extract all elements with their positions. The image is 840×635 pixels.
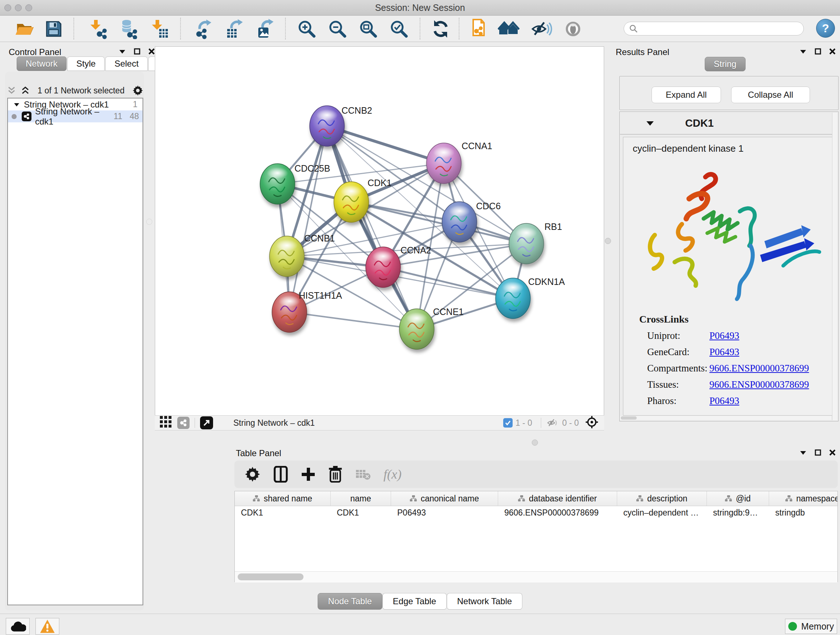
warning-status-button[interactable] bbox=[35, 618, 59, 635]
tab-network[interactable]: Network bbox=[17, 57, 66, 71]
delete-column-icon[interactable] bbox=[328, 466, 342, 483]
hidden-eye-slash-icon[interactable] bbox=[546, 417, 559, 428]
node-CDC6[interactable] bbox=[442, 202, 477, 242]
edge-HIST1H1A-CCNE1[interactable] bbox=[289, 312, 417, 329]
panel-menu-icon[interactable] bbox=[799, 49, 807, 54]
add-column-icon[interactable] bbox=[301, 467, 316, 481]
export-network-button[interactable] bbox=[193, 18, 215, 40]
refresh-button[interactable] bbox=[430, 18, 452, 40]
tab-network-table[interactable]: Network Table bbox=[447, 593, 523, 610]
panel-close-icon[interactable] bbox=[829, 48, 836, 55]
tab-edge-table[interactable]: Edge Table bbox=[382, 593, 447, 610]
node-CDK1[interactable] bbox=[334, 182, 369, 222]
open-session-button[interactable] bbox=[14, 18, 35, 40]
crosslink-link-compartments[interactable]: 9606.ENSP00000378699 bbox=[709, 363, 809, 374]
panel-menu-icon[interactable] bbox=[799, 450, 807, 455]
panel-close-icon[interactable] bbox=[829, 449, 836, 456]
tab-node-table[interactable]: Node Table bbox=[317, 593, 382, 610]
search-input[interactable] bbox=[641, 24, 798, 34]
save-session-button[interactable] bbox=[43, 18, 65, 40]
node-CCNA2[interactable] bbox=[366, 247, 401, 287]
function-builder-icon[interactable]: f(x) bbox=[384, 467, 401, 482]
gene-disclosure-icon[interactable] bbox=[646, 120, 654, 126]
node-CDKN1A[interactable] bbox=[496, 278, 531, 318]
import-table-file-button[interactable] bbox=[148, 18, 170, 40]
results-vertical-scrollbar[interactable] bbox=[832, 112, 837, 420]
panel-close-icon[interactable] bbox=[148, 48, 155, 55]
scrollbar-thumb[interactable] bbox=[621, 416, 637, 420]
results-horizontal-scrollbar[interactable] bbox=[620, 416, 831, 420]
horizontal-splitter-grip[interactable] bbox=[532, 440, 538, 446]
network-share-view-icon[interactable] bbox=[177, 417, 189, 429]
network-row[interactable]: String Network – cdk1 11 48 bbox=[8, 111, 142, 122]
scrollbar-thumb[interactable] bbox=[238, 573, 303, 580]
column-header-namespace[interactable]: namespace bbox=[769, 491, 838, 506]
network-canvas[interactable]: CCNB2CCNA1CDC25BCDK1CDC6RB1CCNB1CCNA2CDK… bbox=[155, 46, 604, 416]
show-columns-icon[interactable] bbox=[273, 466, 288, 483]
birds-eye-toggle-icon[interactable] bbox=[585, 416, 598, 430]
column-header-canonical-name[interactable]: canonical name bbox=[391, 491, 498, 506]
zoom-out-button[interactable] bbox=[327, 18, 348, 40]
column-header-database-identifier[interactable]: database identifier bbox=[498, 491, 617, 506]
string-import-button[interactable] bbox=[468, 18, 490, 40]
gene-header-row[interactable]: CDK1 bbox=[620, 112, 837, 135]
crosslink-link-genecard[interactable]: P06493 bbox=[709, 347, 739, 358]
help-glyph: ? bbox=[822, 22, 829, 35]
node-CDC25B[interactable] bbox=[260, 164, 295, 204]
column-header--id[interactable]: @id bbox=[707, 491, 769, 506]
table-gear-icon[interactable] bbox=[245, 466, 261, 482]
hide-selected-button[interactable] bbox=[531, 18, 553, 40]
disclosure-triangle-icon[interactable] bbox=[14, 103, 19, 107]
node-CCNB1[interactable] bbox=[270, 236, 304, 277]
zoom-in-button[interactable] bbox=[296, 18, 317, 40]
table-row[interactable]: CDK1CDK1P064939606.ENSP00000378699cyclin… bbox=[235, 506, 837, 519]
memory-button[interactable]: Memory bbox=[785, 619, 837, 634]
zoom-selected-button[interactable] bbox=[388, 18, 410, 40]
tab-string[interactable]: String bbox=[705, 57, 745, 71]
zoom-out-icon bbox=[327, 19, 347, 39]
column-header-description[interactable]: description bbox=[617, 491, 707, 506]
home-pages-button[interactable] bbox=[498, 18, 519, 40]
import-network-database-button[interactable] bbox=[117, 18, 139, 40]
gear-icon[interactable] bbox=[133, 85, 143, 96]
crosslink-link-uniprot[interactable]: P06493 bbox=[709, 330, 739, 341]
show-eye-button[interactable] bbox=[562, 18, 584, 40]
grid-view-icon[interactable] bbox=[160, 416, 172, 430]
panel-float-icon[interactable] bbox=[815, 449, 821, 456]
panel-float-icon[interactable] bbox=[815, 48, 821, 55]
column-header-shared-name[interactable]: shared name bbox=[235, 491, 331, 506]
table-body: CDK1CDK1P064939606.ENSP00000378699cyclin… bbox=[235, 506, 837, 519]
cloud-status-button[interactable] bbox=[6, 618, 30, 635]
edge-CCNB2-CCNA1[interactable] bbox=[327, 126, 444, 163]
node-CCNA1[interactable] bbox=[426, 143, 461, 184]
network-graph[interactable]: CCNB2CCNA1CDC25BCDK1CDC6RB1CCNB1CCNA2CDK… bbox=[155, 47, 604, 415]
node-CCNE1[interactable] bbox=[399, 309, 434, 349]
help-button[interactable]: ? bbox=[816, 19, 835, 38]
tab-select[interactable]: Select bbox=[105, 57, 148, 71]
selected-checkbox-icon[interactable] bbox=[503, 418, 513, 428]
left-splitter-grip[interactable] bbox=[146, 219, 152, 225]
import-network-file-button[interactable] bbox=[87, 18, 109, 40]
collapse-all-icon[interactable] bbox=[7, 86, 16, 95]
status-bar: Memory bbox=[0, 614, 840, 635]
collapse-all-button[interactable]: Collapse All bbox=[731, 87, 810, 103]
node-CCNB2[interactable] bbox=[309, 106, 344, 146]
export-table-button[interactable] bbox=[224, 18, 245, 40]
crosslink-label: Pharos: bbox=[647, 395, 709, 407]
delete-table-icon[interactable] bbox=[355, 469, 370, 480]
panel-menu-icon[interactable] bbox=[118, 49, 126, 54]
expand-all-button[interactable]: Expand All bbox=[652, 87, 721, 103]
crosslink-link-pharos[interactable]: P06493 bbox=[709, 395, 739, 407]
tab-style[interactable]: Style bbox=[67, 57, 104, 71]
crosslink-link-tissues[interactable]: 9606.ENSP00000378699 bbox=[709, 379, 809, 390]
node-RB1[interactable] bbox=[509, 223, 544, 264]
column-header-name[interactable]: name bbox=[331, 491, 391, 506]
detach-view-icon[interactable] bbox=[200, 416, 213, 429]
export-image-button[interactable] bbox=[254, 18, 276, 40]
zoom-fit-button[interactable] bbox=[357, 18, 379, 40]
expand-all-icon[interactable] bbox=[21, 86, 30, 95]
right-splitter-grip[interactable] bbox=[605, 238, 611, 244]
search-field[interactable] bbox=[624, 22, 804, 35]
table-horizontal-scrollbar[interactable] bbox=[235, 571, 837, 583]
panel-float-icon[interactable] bbox=[134, 48, 141, 55]
